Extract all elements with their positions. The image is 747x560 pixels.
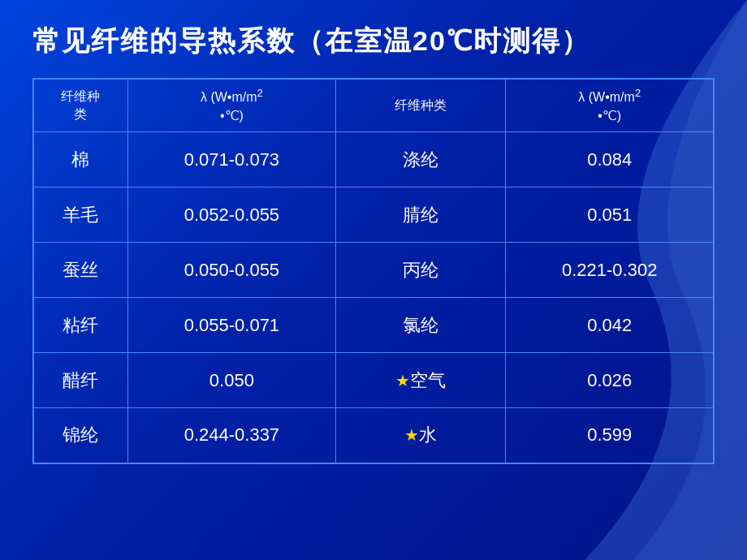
cell-lambda1: 0.050-0.055 <box>127 243 335 298</box>
col-header-lambda2: λ (W•m/m2 •℃) <box>506 79 714 132</box>
cell-fiber2: ★空气 <box>335 353 506 408</box>
col-header-fiber1: 纤维种 类 <box>33 79 127 132</box>
table-row: 粘纤0.055-0.071氯纶0.042 <box>33 298 714 353</box>
table-row: 棉0.071-0.073涤纶0.084 <box>33 132 714 187</box>
cell-lambda2: 0.084 <box>506 132 714 187</box>
cell-lambda2: 0.042 <box>506 298 714 353</box>
cell-fiber2: 氯纶 <box>335 298 506 353</box>
col-header-fiber2: 纤维种类 <box>335 79 506 132</box>
cell-fiber2: ★水 <box>335 408 506 463</box>
cell-fiber2: 腈纶 <box>335 187 506 243</box>
page-title: 常见纤维的导热系数（在室温20℃时测得） <box>32 23 715 60</box>
cell-fiber2: 涤纶 <box>335 132 506 187</box>
cell-fiber1: 棉 <box>33 132 127 187</box>
star-icon: ★ <box>404 426 419 444</box>
cell-lambda2: 0.221-0.302 <box>506 243 714 298</box>
star-icon: ★ <box>395 372 410 390</box>
cell-fiber1: 蚕丝 <box>33 243 127 298</box>
cell-lambda2: 0.599 <box>506 408 714 463</box>
table-row: 锦纶0.244-0.337★水0.599 <box>33 408 714 463</box>
cell-lambda1: 0.244-0.337 <box>127 408 335 463</box>
cell-lambda1: 0.071-0.073 <box>127 132 335 187</box>
table-row: 醋纤0.050★空气0.026 <box>33 353 714 408</box>
page-content: 常见纤维的导热系数（在室温20℃时测得） 纤维种 类 λ (W•m/m2 •℃)… <box>0 0 747 480</box>
cell-fiber1: 羊毛 <box>33 187 127 243</box>
table-header-row: 纤维种 类 λ (W•m/m2 •℃) 纤维种类 λ (W•m/m2 •℃) <box>33 79 714 132</box>
cell-lambda1: 0.050 <box>127 353 335 408</box>
cell-lambda1: 0.055-0.071 <box>127 298 335 353</box>
cell-fiber1: 醋纤 <box>33 353 127 408</box>
table-row: 蚕丝0.050-0.055丙纶0.221-0.302 <box>33 243 714 298</box>
cell-fiber2: 丙纶 <box>335 243 506 298</box>
cell-lambda2: 0.051 <box>506 187 714 243</box>
table-body: 棉0.071-0.073涤纶0.084羊毛0.052-0.055腈纶0.051蚕… <box>33 132 714 463</box>
col-header-lambda1: λ (W•m/m2 •℃) <box>127 79 335 132</box>
cell-lambda1: 0.052-0.055 <box>127 187 335 243</box>
cell-lambda2: 0.026 <box>506 353 714 408</box>
table-row: 羊毛0.052-0.055腈纶0.051 <box>33 187 714 243</box>
cell-fiber1: 锦纶 <box>33 408 127 463</box>
cell-fiber1: 粘纤 <box>33 298 127 353</box>
data-table: 纤维种 类 λ (W•m/m2 •℃) 纤维种类 λ (W•m/m2 •℃) 棉… <box>32 78 715 464</box>
